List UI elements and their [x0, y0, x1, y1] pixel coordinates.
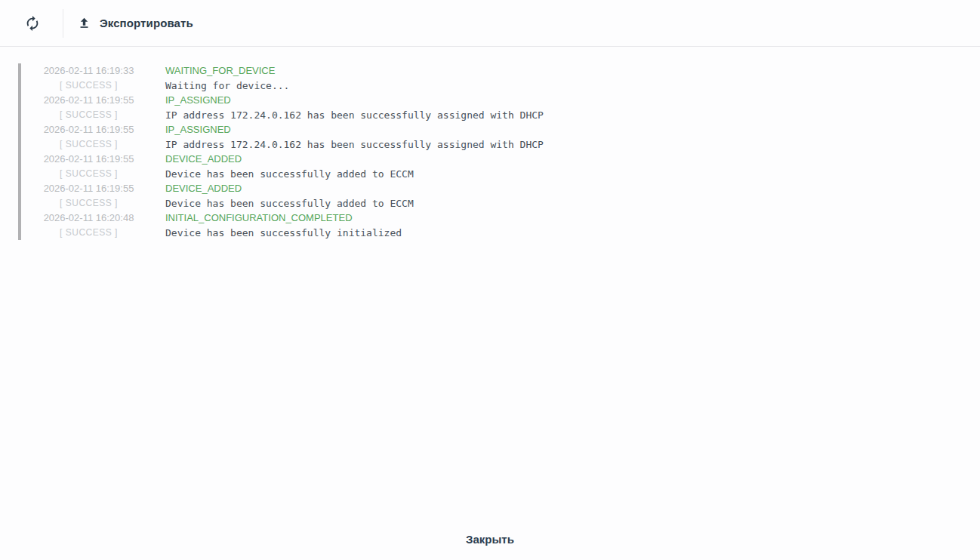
log-entry: 2026-02-11 16:19:55 [ SUCCESS ] DEVICE_A…	[21, 181, 544, 211]
entry-meta: 2026-02-11 16:19:55 [ SUCCESS ]	[21, 181, 156, 211]
log-entries: 2026-02-11 16:19:33 [ SUCCESS ] WAITING_…	[18, 63, 544, 240]
entry-meta: 2026-02-11 16:19:55 [ SUCCESS ]	[21, 93, 156, 122]
log-entry: 2026-02-11 16:20:48 [ SUCCESS ] INITIAL_…	[21, 211, 544, 240]
entry-event-name: IP_ASSIGNED	[165, 122, 544, 137]
export-button-label: Экспортировать	[100, 17, 193, 29]
entry-event-name: IP_ASSIGNED	[165, 93, 544, 108]
entry-event-name: INITIAL_CONFIGURATION_COMPLETED	[165, 211, 402, 226]
log-entry: 2026-02-11 16:19:33 [ SUCCESS ] WAITING_…	[21, 63, 544, 93]
footer: Закрыть	[0, 530, 980, 560]
upload-icon	[78, 17, 91, 29]
entry-status-badge: [ SUCCESS ]	[21, 108, 156, 123]
entry-status-badge: [ SUCCESS ]	[21, 226, 156, 241]
entry-event-name: DEVICE_ADDED	[165, 152, 414, 167]
entry-timestamp: 2026-02-11 16:19:55	[21, 152, 156, 167]
entry-meta: 2026-02-11 16:19:33 [ SUCCESS ]	[21, 63, 156, 93]
log-entry: 2026-02-11 16:19:55 [ SUCCESS ] IP_ASSIG…	[21, 122, 544, 152]
entry-message: Waiting for device...	[165, 78, 289, 94]
entry-message: Device has been successfully added to EC…	[165, 196, 414, 211]
entry-body: INITIAL_CONFIGURATION_COMPLETED Device h…	[165, 211, 402, 240]
toolbar-divider	[63, 9, 63, 38]
entry-status-badge: [ SUCCESS ]	[21, 78, 156, 94]
log-entry: 2026-02-11 16:19:55 [ SUCCESS ] IP_ASSIG…	[21, 93, 544, 122]
refresh-icon	[24, 15, 41, 32]
entry-body: IP_ASSIGNED IP address 172.24.0.162 has …	[165, 122, 544, 152]
entry-meta: 2026-02-11 16:19:55 [ SUCCESS ]	[21, 152, 156, 181]
entry-body: WAITING_FOR_DEVICE Waiting for device...	[165, 63, 289, 93]
toolbar: Экспортировать	[0, 0, 980, 47]
entry-timestamp: 2026-02-11 16:19:55	[21, 181, 156, 196]
device-log-dialog: Экспортировать 2026-02-11 16:19:33 [ SUC…	[0, 0, 980, 560]
log-entry: 2026-02-11 16:19:55 [ SUCCESS ] DEVICE_A…	[21, 152, 544, 181]
entry-status-badge: [ SUCCESS ]	[21, 196, 156, 211]
entry-body: IP_ASSIGNED IP address 172.24.0.162 has …	[165, 93, 544, 122]
refresh-button[interactable]	[24, 15, 41, 32]
entry-status-badge: [ SUCCESS ]	[21, 167, 156, 182]
entry-body: DEVICE_ADDED Device has been successfull…	[165, 152, 414, 181]
entry-event-name: WAITING_FOR_DEVICE	[165, 63, 289, 78]
export-button[interactable]: Экспортировать	[78, 17, 193, 29]
log-area: 2026-02-11 16:19:33 [ SUCCESS ] WAITING_…	[0, 47, 980, 530]
entry-meta: 2026-02-11 16:19:55 [ SUCCESS ]	[21, 122, 156, 152]
entry-message: Device has been successfully initialized	[165, 226, 402, 241]
entry-meta: 2026-02-11 16:20:48 [ SUCCESS ]	[21, 211, 156, 240]
entry-timestamp: 2026-02-11 16:19:33	[21, 63, 156, 78]
entry-message: Device has been successfully added to EC…	[165, 167, 414, 182]
close-button[interactable]: Закрыть	[460, 530, 520, 549]
entry-message: IP address 172.24.0.162 has been success…	[165, 137, 544, 152]
entry-message: IP address 172.24.0.162 has been success…	[165, 108, 544, 123]
entry-timestamp: 2026-02-11 16:19:55	[21, 93, 156, 108]
entry-event-name: DEVICE_ADDED	[165, 181, 414, 196]
entry-body: DEVICE_ADDED Device has been successfull…	[165, 181, 414, 211]
entry-timestamp: 2026-02-11 16:20:48	[21, 211, 156, 226]
entry-timestamp: 2026-02-11 16:19:55	[21, 122, 156, 137]
entry-status-badge: [ SUCCESS ]	[21, 137, 156, 152]
